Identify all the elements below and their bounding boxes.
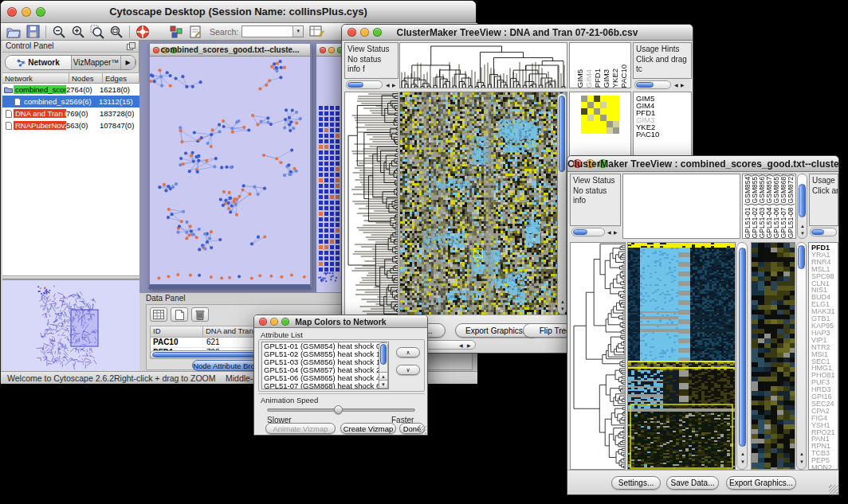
tv2-collabel-vscrollbar[interactable]: ▲ ▼: [797, 174, 807, 239]
scrollbar-thumb[interactable]: [347, 82, 363, 88]
scroll-down-icon[interactable]: ▼: [799, 459, 804, 464]
matrix-cell[interactable]: [581, 115, 587, 121]
matrix-cell[interactable]: [587, 96, 594, 102]
matrix-cell[interactable]: [594, 127, 600, 134]
tv2-status-hscrollbar[interactable]: [571, 228, 605, 236]
matrix-cell[interactable]: [587, 102, 594, 108]
tv1-hints-hscrollbar[interactable]: [634, 80, 671, 89]
matrix-cell[interactable]: [581, 108, 587, 115]
main-titlebar[interactable]: Cytoscape Desktop (Session Name: collins…: [1, 1, 476, 23]
scrollbar-thumb[interactable]: [559, 96, 565, 172]
matrix-cell[interactable]: [600, 96, 607, 102]
zoom-selected-icon[interactable]: [88, 24, 107, 40]
matrix-cell[interactable]: [594, 115, 600, 121]
matrix-cell[interactable]: [613, 127, 619, 134]
col-network[interactable]: Network: [2, 73, 69, 83]
matrix-cell[interactable]: [600, 102, 607, 108]
matrix-cell[interactable]: [587, 108, 594, 115]
float-panel-icon[interactable]: [127, 42, 135, 52]
matrix-cell[interactable]: [594, 102, 600, 108]
tab-network[interactable]: Network: [6, 56, 72, 69]
export-graphics-button[interactable]: Export Graphics...: [726, 476, 796, 490]
scrollbar-thumb[interactable]: [798, 245, 805, 269]
settings-button[interactable]: Settings...: [611, 476, 661, 490]
matrix-cell[interactable]: [607, 121, 613, 127]
tv2-hints-hscrollbar[interactable]: [810, 228, 837, 236]
tv1-column-dendrogram-canvas[interactable]: [400, 43, 567, 88]
matrix-cell[interactable]: [613, 102, 619, 108]
scroll-down-icon[interactable]: ▼: [560, 307, 565, 311]
tab-overflow-arrow[interactable]: ▶: [121, 56, 135, 69]
network-table-row[interactable]: combined_sco2569(6)13112(15): [2, 96, 139, 107]
delete-attribute-icon[interactable]: [191, 307, 209, 322]
matrix-cell[interactable]: [600, 121, 607, 127]
matrix-cell[interactable]: [581, 96, 587, 102]
tv2-column-dendrogram-panel[interactable]: [622, 174, 740, 239]
tv1-row-label[interactable]: PAC10: [636, 131, 691, 138]
tv1-column-label[interactable]: PAC10: [620, 64, 629, 88]
tv2-detail-heatmap-panel[interactable]: [751, 242, 795, 470]
vizmap-nodes-icon[interactable]: [167, 24, 186, 40]
new-attribute-icon[interactable]: [171, 307, 188, 322]
tv1-status-hscrollbar[interactable]: [346, 80, 383, 89]
tv2-heatmap-canvas[interactable]: [628, 243, 735, 469]
tv1-heatmap-vscrollbar[interactable]: ▲ ▼: [557, 93, 567, 315]
scroll-left-icon[interactable]: ◀: [459, 343, 463, 348]
scrollbar-thumb[interactable]: [739, 248, 746, 447]
matrix-cell[interactable]: [587, 121, 594, 127]
tv1-heatmap-canvas[interactable]: [400, 92, 567, 315]
matrix-cell[interactable]: [587, 127, 594, 134]
attribute-editor-icon[interactable]: [307, 24, 326, 40]
matrix-cell[interactable]: [607, 108, 613, 115]
network-table-row[interactable]: combined_scores2764(0)16218(0): [2, 84, 139, 96]
attribute-list[interactable]: GPL51-01 (GSM854) heat shock 05 minGPL51…: [261, 342, 389, 389]
scroll-up-icon[interactable]: ▲: [740, 451, 745, 456]
save-icon[interactable]: [23, 24, 42, 40]
select-attributes-icon[interactable]: [150, 307, 167, 322]
scroll-down-icon[interactable]: ▼: [740, 459, 745, 464]
matrix-cell[interactable]: [581, 102, 587, 108]
scroll-down-icon[interactable]: ▼: [379, 380, 388, 389]
create-vizmap-button[interactable]: Create Vizmap: [340, 423, 396, 434]
minimize-button[interactable]: [328, 47, 335, 53]
open-folder-icon[interactable]: [4, 24, 23, 40]
tv1-column-labels-panel[interactable]: GIM5GIM4PFD1GIM3YKE2PAC10: [569, 42, 631, 88]
id-column-header[interactable]: ID: [151, 326, 203, 337]
slider-thumb[interactable]: [334, 405, 343, 414]
matrix-cell[interactable]: [600, 127, 607, 134]
scrollbar-thumb[interactable]: [152, 352, 264, 357]
matrix-cell[interactable]: [607, 96, 613, 102]
tv1-heatmap-panel[interactable]: [399, 92, 567, 316]
matrix-cell[interactable]: [607, 115, 613, 121]
search-dropdown-arrow[interactable]: ▼: [292, 26, 303, 37]
resize-grip[interactable]: [829, 485, 838, 494]
tv1-summary-matrix[interactable]: [581, 96, 619, 134]
matrix-cell[interactable]: [594, 108, 600, 115]
attribute-list-item[interactable]: GPL51-07 (GSM868) heat shock 60 min: [262, 382, 388, 389]
scrollbar-thumb[interactable]: [811, 229, 824, 235]
network-view-1-canvas[interactable]: [150, 57, 310, 283]
scroll-up-icon[interactable]: ▲: [800, 224, 805, 229]
scroll-down-icon[interactable]: ▼: [800, 231, 805, 236]
matrix-cell[interactable]: [613, 108, 619, 115]
scroll-left-icon[interactable]: ◀: [607, 230, 611, 235]
tv2-heatmap-panel[interactable]: [627, 242, 736, 470]
tv2-detail-vscrollbar[interactable]: ▲ ▼: [796, 242, 807, 470]
network-table-row[interactable]: DNA and Tran 07769(0)183728(0): [2, 107, 139, 119]
zoom-out-icon[interactable]: [49, 24, 69, 40]
scroll-up-icon[interactable]: ▲: [560, 299, 565, 304]
matrix-cell[interactable]: [613, 96, 619, 102]
annotation-icon[interactable]: [186, 24, 205, 40]
help-lifesaver-icon[interactable]: [133, 24, 152, 40]
dialog-titlebar[interactable]: Map Colors to Network: [254, 315, 427, 328]
scroll-left-icon[interactable]: ◀: [386, 83, 390, 88]
matrix-cell[interactable]: [587, 115, 594, 121]
scroll-right-icon[interactable]: ▶: [614, 230, 618, 235]
network-table-row[interactable]: RNAPuberNov2+563(0)107847(0): [2, 119, 139, 131]
move-down-button[interactable]: ∨: [396, 365, 420, 375]
attribute-list-vscrollbar[interactable]: ▲ ▼: [379, 342, 388, 389]
tv2-column-label[interactable]: GPL51-08 (GSM872): [787, 174, 795, 238]
tv2-column-labels-panel[interactable]: GPL51-01 (GSM854)GPL51-02 (GSM855)GPL51-…: [742, 174, 796, 239]
matrix-cell[interactable]: [613, 121, 619, 127]
matrix-cell[interactable]: [607, 102, 613, 108]
